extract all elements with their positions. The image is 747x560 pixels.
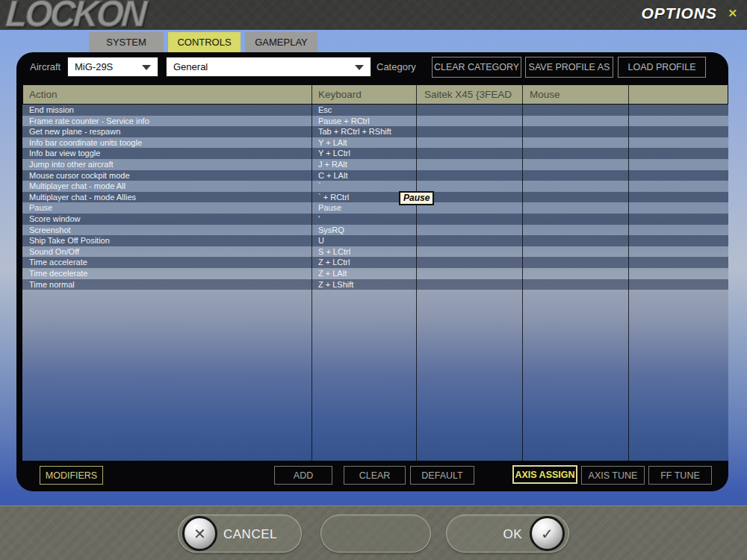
action-cell: Pause: [29, 202, 52, 214]
keyboard-cell: Pause: [318, 202, 341, 214]
keyboard-cell: Z + LShift: [318, 279, 353, 290]
keyboard-cell: `: [318, 181, 321, 192]
table-row[interactable]: Score window': [22, 214, 728, 225]
action-cell: Time accelerate: [29, 257, 87, 268]
action-cell: Info bar view toggle: [29, 148, 100, 159]
close-icon[interactable]: ✕: [728, 7, 737, 20]
keyboard-cell: ': [318, 214, 320, 225]
keyboard-cell: SysRQ: [318, 225, 344, 236]
page-title: OPTIONS: [641, 4, 717, 22]
table-header: Action Keyboard Saitek X45 {3FEAD Mouse: [22, 84, 728, 105]
save-profile-as-button[interactable]: SAVE PROFILE AS: [525, 57, 613, 78]
action-cell: Multiplayer chat - mode All: [29, 181, 125, 192]
keyboard-cell: J + RAlt: [318, 159, 347, 170]
aircraft-label: Aircraft: [30, 57, 61, 78]
table-row[interactable]: Jump into other aircraftJ + RAlt: [22, 159, 728, 170]
category-select-value: General: [173, 61, 208, 72]
keyboard-cell: C + LAlt: [318, 170, 347, 181]
chevron-down-icon: [142, 65, 151, 70]
category-select[interactable]: General: [166, 57, 371, 77]
action-cell: Ship Take Off Position: [29, 235, 110, 246]
cancel-label: CANCEL: [223, 515, 277, 553]
keyboard-cell: U: [318, 235, 324, 246]
keyboard-cell: Z + LAlt: [318, 268, 347, 279]
table-row[interactable]: Mouse cursor cockpit modeC + LAlt: [22, 170, 728, 181]
table-row[interactable]: End missionEsc: [22, 105, 728, 116]
table-row[interactable]: Info bar coordinate units toogleY + LAlt: [22, 137, 728, 149]
keyboard-cell: Esc: [318, 105, 332, 116]
axis-tune-button[interactable]: AXIS TUNE: [581, 466, 645, 485]
column-header-joystick[interactable]: Saitek X45 {3FEAD: [424, 85, 522, 104]
table-row[interactable]: ScreenshotSysRQ: [22, 225, 728, 236]
keyboard-cell: Z + LCtrl: [318, 257, 350, 268]
table-row[interactable]: PausePause: [22, 202, 728, 214]
modifiers-button[interactable]: MODIFIERS: [40, 466, 103, 485]
tooltip: Pause: [399, 191, 434, 205]
action-cell: Score window: [29, 214, 80, 225]
column-header-mouse[interactable]: Mouse: [530, 85, 623, 104]
ok-button[interactable]: OK ✓: [446, 514, 569, 553]
middle-button[interactable]: [320, 514, 431, 553]
action-cell: Mouse cursor cockpit mode: [29, 170, 130, 181]
action-cell: Screenshot: [29, 225, 71, 236]
action-cell: End mission: [29, 105, 74, 116]
action-cell: Sound On/Off: [29, 246, 79, 258]
ok-icon: ✓: [530, 516, 565, 551]
tab-controls[interactable]: CONTROLS: [168, 32, 241, 52]
action-cell: Time decelerate: [29, 268, 87, 279]
action-cell: Jump into other aircraft: [29, 159, 114, 170]
column-header-action[interactable]: Action: [29, 85, 306, 104]
tab-gameplay[interactable]: GAMEPLAY: [245, 32, 317, 52]
table-row[interactable]: Time decelerateZ + LAlt: [22, 268, 728, 279]
load-profile-button[interactable]: LOAD PROFILE: [618, 57, 706, 78]
clear-category-button[interactable]: CLEAR CATEGORY: [432, 57, 521, 78]
column-divider: [628, 84, 629, 461]
aircraft-select[interactable]: MiG-29S: [67, 57, 158, 77]
table-row[interactable]: Time accelerateZ + LCtrl: [22, 257, 728, 268]
ok-label: OK: [503, 515, 522, 553]
action-cell: Multiplayer chat - mode Allies: [29, 192, 136, 203]
table-body: End missionEscFrame rate counter - Servi…: [22, 105, 728, 461]
table-row[interactable]: Multiplayer chat - mode All`: [22, 181, 728, 192]
controls-panel: Aircraft MiG-29S General Category CLEAR …: [16, 52, 728, 491]
cancel-icon: ✕: [182, 516, 217, 551]
keyboard-cell: Y + LCtrl: [318, 148, 350, 159]
footer-bar: ✕ CANCEL OK ✓: [0, 505, 747, 560]
category-label: Category: [376, 57, 416, 78]
keyboard-cell: Y + LAlt: [318, 137, 347, 149]
table-row[interactable]: Time normalZ + LShift: [22, 279, 728, 290]
column-header-keyboard[interactable]: Keyboard: [318, 85, 412, 104]
action-cell: Get new plane - respawn: [29, 126, 120, 137]
table-row[interactable]: Sound On/OffS + LCtrl: [22, 246, 728, 258]
ff-tune-button[interactable]: FF TUNE: [648, 466, 712, 485]
default-button[interactable]: DEFAULT: [410, 466, 474, 485]
keyboard-cell: S + LCtrl: [318, 246, 350, 258]
clear-button[interactable]: CLEAR: [344, 466, 406, 485]
table-row[interactable]: Info bar view toggleY + LCtrl: [22, 148, 728, 159]
table-row[interactable]: Frame rate counter - Service infoPause +…: [22, 116, 728, 127]
table-row[interactable]: Multiplayer chat - mode Allies` + RCtrl: [22, 192, 728, 203]
add-button[interactable]: ADD: [274, 466, 332, 485]
title-bar: LOCKON OPTIONS ✕: [0, 0, 747, 30]
tab-system[interactable]: SYSTEM: [89, 32, 164, 52]
action-cell: Info bar coordinate units toogle: [29, 137, 142, 149]
keyboard-cell: Tab + RCtrl + RShift: [318, 126, 391, 137]
table-row[interactable]: Get new plane - respawnTab + RCtrl + RSh…: [22, 126, 728, 137]
keyboard-cell: Pause + RCtrl: [318, 116, 370, 127]
tab-strip: SYSTEM CONTROLS GAMEPLAY: [0, 30, 747, 52]
column-divider: [311, 84, 312, 461]
action-cell: Frame rate counter - Service info: [29, 116, 149, 127]
axis-assign-button[interactable]: AXIS ASSIGN: [512, 465, 577, 484]
keyboard-cell: ` + RCtrl: [318, 192, 349, 203]
aircraft-select-value: MiG-29S: [75, 61, 113, 72]
column-divider: [522, 84, 523, 461]
chevron-down-icon: [355, 65, 364, 70]
action-cell: Time normal: [29, 279, 75, 290]
column-header-extra: [636, 85, 725, 104]
table-row[interactable]: Ship Take Off PositionU: [22, 235, 728, 246]
cancel-button[interactable]: ✕ CANCEL: [178, 514, 302, 553]
column-divider: [416, 84, 417, 461]
